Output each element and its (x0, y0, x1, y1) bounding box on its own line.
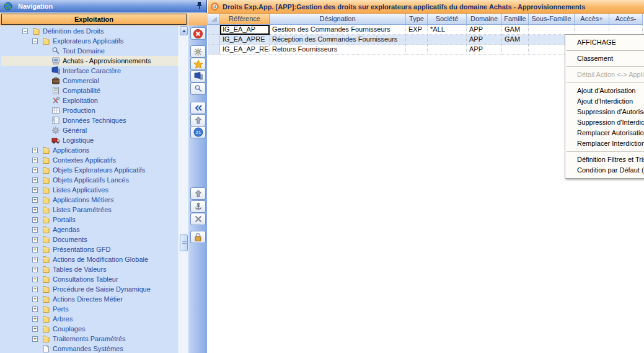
menu-item[interactable]: Ajout d'Interdiction (565, 96, 644, 107)
domain-header[interactable]: Exploitation (1, 14, 187, 25)
menu-item[interactable]: Remplacer Autorisation (565, 128, 644, 138)
expand-plus-icon[interactable]: + (32, 158, 38, 163)
row-selector-cell[interactable] (208, 35, 220, 45)
tree-item[interactable]: +Consultations Tableur (1, 274, 179, 284)
column-header[interactable]: Domaine (467, 14, 502, 25)
column-header[interactable]: Accès+ (575, 14, 609, 25)
expand-plus-icon[interactable]: + (32, 187, 38, 193)
tree-item[interactable]: +Actions de Modification Globale (1, 254, 179, 264)
expand-plus-icon[interactable]: + (32, 168, 38, 173)
search-button[interactable] (190, 83, 206, 95)
table-cell[interactable]: IG_EA_AP (220, 25, 270, 35)
expand-plus-icon[interactable]: + (32, 177, 38, 183)
scroll-thumb[interactable] (180, 235, 188, 251)
expand-plus-icon[interactable]: + (32, 306, 38, 312)
table-cell[interactable] (529, 25, 575, 35)
table-row[interactable]: IG_EA_APGestion des Commandes Fournisseu… (208, 25, 644, 35)
table-cell[interactable]: GAM (502, 35, 529, 45)
tree-item[interactable]: +Perts (1, 304, 179, 314)
table-cell[interactable]: APP (467, 35, 502, 45)
tree-item[interactable]: +Agendas (1, 225, 179, 235)
tree-item[interactable]: −Explorateurs Applicatifs (1, 36, 179, 46)
expand-plus-icon[interactable]: + (32, 237, 38, 243)
tree-item[interactable]: Achats - Approvisionnements (1, 56, 179, 66)
menu-item[interactable]: Classement (565, 53, 644, 64)
tree-item[interactable]: +Documents (1, 235, 179, 244)
table-cell[interactable]: IG_EA_AP_RET (220, 45, 270, 55)
menu-item[interactable]: Remplacer Interdiction (565, 138, 644, 149)
move-up-button[interactable] (190, 114, 206, 127)
table-cell[interactable]: Retours Fournisseurs (270, 45, 406, 55)
table-cell[interactable] (428, 45, 467, 55)
table-cell[interactable]: EXP (406, 25, 428, 35)
tree-item[interactable]: +Arbres (1, 314, 179, 324)
table-cell[interactable] (575, 25, 609, 35)
column-header[interactable]: Type (406, 14, 428, 25)
collapse-minus-icon[interactable]: − (32, 38, 38, 44)
tree-item[interactable]: +Tables de Valeurs (1, 264, 179, 274)
expand-plus-icon[interactable]: + (32, 326, 38, 332)
menu-item[interactable]: Définition Filtres et Tris (565, 154, 644, 165)
collapse-left-button[interactable] (190, 102, 206, 114)
table-cell[interactable] (502, 45, 529, 55)
expand-plus-icon[interactable]: + (32, 197, 38, 203)
tree-item[interactable]: +Objets Applicatifs Lancés (1, 175, 179, 185)
table-cell[interactable]: APP (467, 45, 502, 55)
tree-item[interactable]: +Présentations GFD (1, 244, 179, 254)
menu-item[interactable]: Suppression d'Autorisation (565, 107, 644, 117)
tree-item[interactable]: Production (1, 105, 179, 115)
expand-plus-icon[interactable]: + (32, 336, 38, 342)
table-cell[interactable]: Réception des Commandes Fournisseurs (270, 35, 406, 45)
screen-button[interactable] (190, 70, 206, 83)
tree-item[interactable]: Données Techniques (1, 115, 179, 125)
tree-item[interactable]: +Applications (1, 145, 179, 155)
tree-item[interactable]: +Portails (1, 215, 179, 225)
table-cell[interactable]: GAM (502, 25, 529, 35)
tree-item[interactable]: +Actions Directes Métier (1, 294, 179, 304)
column-header[interactable]: Famille (502, 14, 529, 25)
table-cell[interactable]: IG_EA_APRE (220, 35, 270, 45)
expand-plus-icon[interactable]: + (32, 207, 38, 213)
tree-item[interactable]: −Définition des Droits (1, 26, 179, 36)
expand-plus-icon[interactable]: + (32, 148, 38, 153)
expand-plus-icon[interactable]: + (32, 267, 38, 272)
grid-corner-cell[interactable] (208, 14, 220, 25)
anchor-button[interactable] (190, 200, 206, 213)
tree-item[interactable]: +Traitements Paramétrés (1, 334, 179, 344)
tree-item[interactable]: Interface Caractère (1, 66, 179, 76)
tree-item[interactable]: Commercial (1, 76, 179, 86)
tree-item[interactable]: Général (1, 125, 179, 135)
pin-icon[interactable] (196, 1, 203, 11)
table-cell[interactable]: *ALL (428, 25, 467, 35)
tree-item[interactable]: +Contextes Applicatifs (1, 155, 179, 165)
table-cell[interactable] (428, 35, 467, 45)
expand-plus-icon[interactable]: + (32, 297, 38, 302)
collapse-minus-icon[interactable]: − (22, 29, 28, 34)
column-header[interactable]: Désignation (270, 14, 406, 25)
table-cell[interactable] (609, 25, 643, 35)
expand-plus-icon[interactable]: + (32, 227, 38, 233)
scroll-up-button[interactable] (180, 26, 188, 35)
column-header[interactable]: Référence (220, 14, 270, 25)
column-header[interactable]: Sous-Famille (529, 14, 575, 25)
expand-plus-icon[interactable]: + (32, 247, 38, 252)
column-header[interactable]: Société (428, 14, 467, 25)
column-header[interactable]: Accès- (609, 14, 643, 25)
tree-item[interactable]: Comptabilité (1, 86, 179, 96)
menu-item[interactable]: Ajout d'Autorisation (565, 86, 644, 96)
expand-plus-icon[interactable]: + (32, 257, 38, 262)
table-cell[interactable]: APP (467, 25, 502, 35)
tree-scrollbar[interactable] (179, 26, 188, 353)
menu-item[interactable]: Condition par Défaut (Ctrl-F5) (565, 165, 644, 176)
tree-item[interactable]: Tout Domaine (1, 46, 179, 56)
tree-item[interactable]: +Applications Métiers (1, 195, 179, 205)
expand-plus-icon[interactable]: + (32, 277, 38, 282)
row-selector-cell[interactable] (208, 25, 220, 35)
clear-button[interactable] (190, 213, 206, 225)
tree-item[interactable]: +Objets Explorateurs Applicatifs (1, 165, 179, 175)
compass-button[interactable] (190, 45, 206, 58)
table-cell[interactable] (406, 35, 428, 45)
menu-item[interactable]: AFFICHAGE (565, 37, 644, 48)
tree-item[interactable]: +Listes Paramétrées (1, 205, 179, 215)
tree-item[interactable]: +Procédure de Saisie Dynamique (1, 284, 179, 294)
